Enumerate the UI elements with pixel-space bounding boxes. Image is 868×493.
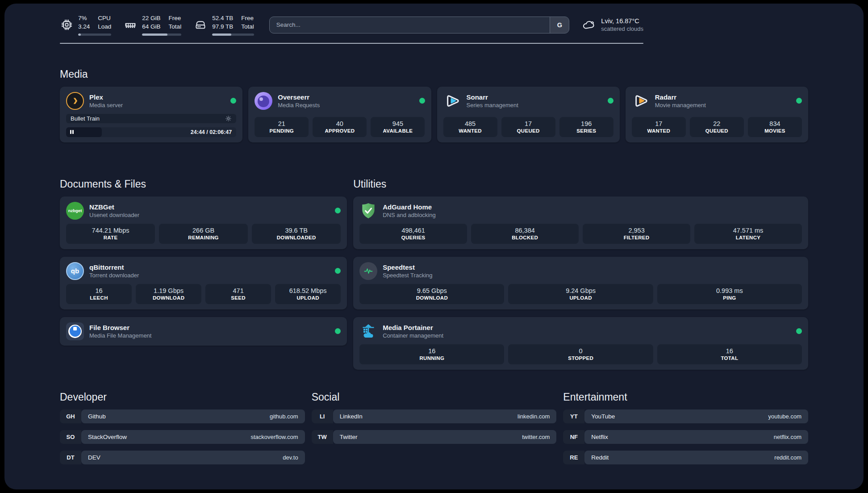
bookmark-pill: YouTube youtube.com	[584, 409, 808, 423]
stats-row: 21 PENDING 40 APPROVED 945 AVAILABLE	[255, 117, 425, 137]
stats-row: 16 RUNNING 0 STOPPED 16 TOTAL	[359, 344, 802, 364]
bookmark-link-linkedin[interactable]: LI LinkedIn linkedin.com	[312, 409, 557, 423]
service-card-radarr[interactable]: Radarr Movie management 17 WANTED 22 QUE…	[626, 87, 808, 142]
bookmark-name: DEV	[88, 454, 100, 461]
service-name: AdGuard Home	[383, 203, 436, 211]
card-titles: Media Portainer Container management	[383, 324, 443, 339]
search-provider-button[interactable]: G	[550, 17, 569, 33]
search-bar: G	[269, 17, 570, 33]
stat-label: WANTED	[446, 128, 495, 134]
stat-value: 471	[208, 287, 268, 294]
resource-cpu-values: 7%3.24	[78, 14, 90, 31]
stats-row: 16 LEECH 1.19 Gbps DOWNLOAD 471 SEED 618…	[66, 284, 341, 304]
qbittorrent-icon: qb	[66, 262, 84, 280]
service-name: Overseerr	[278, 93, 320, 101]
stat-label: RATE	[69, 235, 152, 240]
card-titles: Sonarr Series management	[467, 93, 518, 109]
card-header: File Browser Media File Management	[66, 322, 341, 340]
service-card-sonarr[interactable]: Sonarr Series management 485 WANTED 17 Q…	[437, 87, 620, 142]
stat-value: 22	[693, 120, 741, 127]
stat-label: BLOCKED	[474, 235, 576, 240]
bookmark-link-github[interactable]: GH Github github.com	[60, 409, 305, 423]
stat-sonarr-queued: 17 QUEUED	[501, 117, 555, 137]
service-card-portainer[interactable]: Media Portainer Container management 16 …	[353, 317, 808, 370]
bookmark-pill: StackOverflow stackoverflow.com	[81, 430, 305, 444]
resource-disk-progressbar	[212, 33, 254, 36]
service-description: Media File Management	[89, 332, 151, 339]
bookmark-group-social: Social LI LinkedIn linkedin.com TW Twitt…	[312, 391, 557, 471]
card-titles: Speedtest Speedtest Tracking	[383, 263, 432, 279]
stat-label: STOPPED	[511, 355, 650, 361]
bookmark-link-reddit[interactable]: RE Reddit reddit.com	[563, 451, 808, 464]
search-input[interactable]	[270, 17, 550, 33]
resource-memory-labels: FreeTotal	[169, 14, 182, 31]
stats-row: 17 WANTED 22 QUEUED 834 MOVIES	[632, 117, 802, 137]
player-bar[interactable]: 24:44 / 02:06:47	[66, 127, 236, 137]
bookmark-name: Github	[88, 413, 106, 420]
disk-icon	[194, 19, 207, 31]
stat-nzbget-remaining: 266 GB REMAINING	[159, 224, 248, 244]
stat-label: UPLOAD	[511, 295, 650, 301]
bookmark-pill: Netflix netflix.com	[584, 430, 808, 444]
stat-value: 86,384	[474, 227, 576, 234]
card-header: Radarr Movie management	[632, 92, 802, 110]
stat-value: 618.52 Mbps	[278, 287, 338, 294]
service-card-speedtest[interactable]: Speedtest Speedtest Tracking 9.65 Gbps D…	[353, 257, 808, 309]
bookmark-name: Twitter	[340, 434, 358, 440]
status-dot	[608, 98, 613, 104]
service-card-filebrowser[interactable]: File Browser Media File Management	[60, 317, 347, 346]
stats-row: 498,461 QUERIES 86,384 BLOCKED 2,953 FIL…	[359, 224, 802, 244]
bookmark-link-stackoverflow[interactable]: SO StackOverflow stackoverflow.com	[60, 430, 305, 444]
bookmark-group-title: Entertainment	[563, 391, 808, 403]
bookmark-group-developer: Developer GH Github github.com SO StackO…	[60, 391, 305, 471]
header-bar: 7%3.24 CPULoad 22 GiB64 GiB FreeTotal 52…	[60, 4, 643, 36]
stat-value: 945	[373, 120, 422, 127]
stat-nzbget-downloaded: 39.6 TB DOWNLOADED	[252, 224, 341, 244]
card-titles: Plex Media server	[89, 93, 123, 109]
overseerr-icon	[255, 92, 272, 110]
adguard-icon	[359, 202, 377, 220]
stat-radarr-movies: 834 MOVIES	[748, 117, 802, 137]
status-dot	[796, 328, 802, 334]
stat-qbittorrent-upload: 618.52 Mbps UPLOAD	[275, 284, 341, 304]
resource-widgets: 7%3.24 CPULoad 22 GiB64 GiB FreeTotal 52…	[60, 14, 254, 36]
bookmark-url: twitter.com	[522, 434, 550, 440]
bookmark-url: github.com	[270, 413, 298, 420]
bookmark-link-netflix[interactable]: NF Netflix netflix.com	[563, 430, 808, 444]
service-card-adguard[interactable]: AdGuard Home DNS and adblocking 498,461 …	[353, 196, 808, 249]
bookmark-url: netflix.com	[774, 434, 801, 440]
stat-overseerr-approved: 40 APPROVED	[313, 117, 367, 137]
gear-icon[interactable]	[225, 115, 232, 122]
stat-label: AVAILABLE	[373, 128, 422, 134]
stat-sonarr-wanted: 485 WANTED	[443, 117, 497, 137]
stat-label: PENDING	[257, 128, 306, 134]
stat-radarr-queued: 22 QUEUED	[690, 117, 744, 137]
cloud-icon	[582, 18, 595, 32]
bookmark-name: Reddit	[591, 454, 609, 461]
stat-label: LEECH	[69, 295, 129, 301]
service-card-qbittorrent[interactable]: qb qBittorrent Torrent downloader 16 LEE…	[60, 257, 347, 309]
playback-time: 24:44 / 02:06:47	[191, 129, 232, 135]
status-dot	[419, 98, 425, 104]
resource-cpu: 7%3.24 CPULoad	[60, 14, 111, 36]
bookmark-pill: DEV dev.to	[81, 451, 305, 464]
bookmark-name: Netflix	[591, 434, 608, 440]
service-card-overseerr[interactable]: Overseerr Media Requests 21 PENDING 40 A…	[248, 87, 431, 142]
stat-overseerr-pending: 21 PENDING	[255, 117, 309, 137]
stat-value: 0.993 ms	[660, 287, 799, 294]
radarr-icon	[632, 92, 650, 110]
service-card-nzbget[interactable]: nzbget NZBGet Usenet downloader 744.21 M…	[60, 196, 347, 249]
resource-cpu-labels: CPULoad	[98, 14, 111, 31]
sonarr-icon	[443, 92, 461, 110]
card-header: Sonarr Series management	[443, 92, 613, 110]
service-card-plex[interactable]: Plex Media server Bullet Train 24:44 / 0…	[60, 87, 242, 142]
bookmark-link-youtube[interactable]: YT YouTube youtube.com	[563, 409, 808, 423]
card-header: Overseerr Media Requests	[255, 92, 425, 110]
bookmark-link-twitter[interactable]: TW Twitter twitter.com	[312, 430, 557, 444]
memory-icon	[124, 19, 137, 31]
stat-label: DOWNLOADED	[255, 235, 338, 240]
bookmark-link-dev[interactable]: DT DEV dev.to	[60, 451, 305, 464]
resource-memory-progressbar	[142, 33, 181, 36]
pause-icon[interactable]	[70, 130, 74, 134]
service-description: Media Requests	[278, 102, 320, 109]
